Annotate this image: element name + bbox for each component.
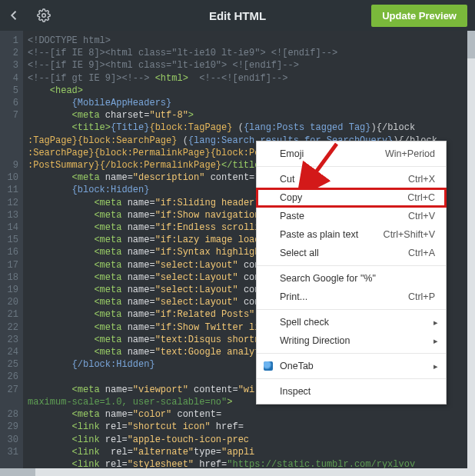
menu-item-copy[interactable]: Copy Ctrl+C [257,188,446,207]
cut-label: Cut [280,174,294,185]
menu-divider [257,378,446,379]
search-label: Search Google for "%" [280,273,376,284]
menu-item-search-google[interactable]: Search Google for "%" [257,269,446,288]
onetab-label: OneTab [280,361,314,371]
inspect-label: Inspect [280,386,311,397]
menu-item-inspect[interactable]: Inspect [257,382,446,401]
copy-shortcut: Ctrl+C [407,192,435,203]
back-icon[interactable] [8,8,22,22]
menu-item-onetab[interactable]: OneTab [257,357,446,375]
menu-item-cut[interactable]: Cut Ctrl+X [257,170,446,188]
toolbar: Edit HTML Update Preview [0,0,475,31]
select-all-shortcut: Ctrl+A [408,248,435,258]
svg-point-0 [42,14,46,18]
cut-shortcut: Ctrl+X [408,174,435,185]
menu-item-spell-check[interactable]: Spell check [257,313,446,331]
menu-divider [257,166,446,167]
paste-label: Paste [280,211,304,221]
print-shortcut: Ctrl+P [408,291,435,302]
emoji-shortcut: Win+Period [385,148,435,159]
menu-item-emoji[interactable]: Emoji Win+Period [257,145,446,163]
gear-icon[interactable] [37,8,51,22]
line-numbers: 1 2 3 4 5 6 7 9 10 11 12 13 14 15 16 17 … [0,31,23,468]
menu-item-writing-direction[interactable]: Writing Direction [257,331,446,350]
menu-divider [257,309,446,310]
menu-divider [257,353,446,354]
vertical-scrollbar[interactable] [467,31,475,468]
horizontal-scrollbar[interactable] [0,468,475,476]
menu-item-paste-plain[interactable]: Paste as plain text Ctrl+Shift+V [257,225,446,244]
menu-item-print[interactable]: Print... Ctrl+P [257,288,446,306]
select-all-label: Select all [280,248,319,258]
paste-plain-shortcut: Ctrl+Shift+V [384,229,435,240]
print-label: Print... [280,291,307,302]
scroll-thumb[interactable] [0,468,35,476]
menu-item-paste[interactable]: Paste Ctrl+V [257,207,446,225]
context-menu: Emoji Win+Period Cut Ctrl+X Copy Ctrl+C … [256,141,447,404]
menu-divider [257,265,446,266]
menu-item-select-all[interactable]: Select all Ctrl+A [257,244,446,262]
paste-shortcut: Ctrl+V [408,211,435,221]
writing-dir-label: Writing Direction [280,335,350,346]
spell-label: Spell check [280,317,329,328]
paste-plain-label: Paste as plain text [280,229,358,240]
update-preview-button[interactable]: Update Preview [371,5,467,27]
scroll-thumb[interactable] [467,31,475,58]
emoji-label: Emoji [280,148,304,159]
copy-label: Copy [280,192,302,203]
onetab-icon [263,361,274,371]
